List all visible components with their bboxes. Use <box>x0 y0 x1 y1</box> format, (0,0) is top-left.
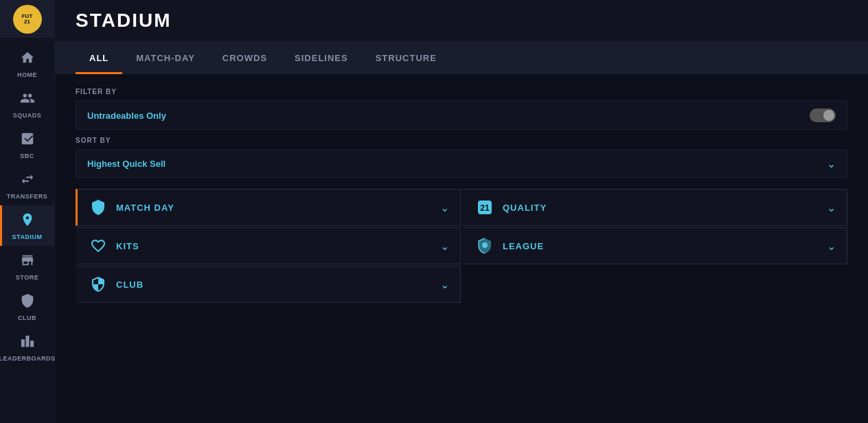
sbc-icon <box>20 131 35 150</box>
filter-league-left: LEAGUE <box>475 236 544 255</box>
sidebar-item-label: CLUB <box>18 315 36 321</box>
sidebar-item-sbc[interactable]: SBC <box>0 124 54 165</box>
sidebar-item-store[interactable]: STORE <box>0 246 54 286</box>
filter-club-left: CLUB <box>89 275 144 294</box>
active-indicator <box>0 205 2 246</box>
untradeables-toggle[interactable] <box>810 108 836 122</box>
tab-sidelines[interactable]: SIDELINES <box>281 41 362 74</box>
filter-matchday-label: MATCH DAY <box>116 203 174 213</box>
untradeables-label: Untradeables Only <box>87 111 166 121</box>
sidebar-item-label: TRANSFERS <box>7 193 48 200</box>
home-icon <box>20 50 35 69</box>
toggle-knob <box>823 110 834 121</box>
filter-league-label: LEAGUE <box>503 241 544 251</box>
filter-quality[interactable]: 21 QUALITY ⌄ <box>462 189 847 226</box>
right-filter-col: 21 QUALITY ⌄ <box>462 189 847 303</box>
left-filter-col: MATCH DAY ⌄ KITS ⌄ <box>76 189 461 303</box>
filter-kits[interactable]: KITS ⌄ <box>76 227 461 264</box>
sort-chevron-icon: ⌄ <box>827 157 836 170</box>
sidebar-item-squads[interactable]: SQUADS <box>0 84 54 124</box>
transfers-icon <box>20 172 35 190</box>
sidebar-item-home[interactable]: HOME <box>0 43 54 84</box>
sidebar-item-label: SQUADS <box>13 112 42 119</box>
filter-matchday[interactable]: MATCH DAY ⌄ <box>76 189 461 226</box>
sidebar-item-label: HOME <box>17 71 37 78</box>
quality-chevron-icon: ⌄ <box>827 201 836 214</box>
club-badge-icon <box>89 275 108 294</box>
sidebar-item-label: STORE <box>16 274 38 281</box>
stadium-icon <box>20 212 35 231</box>
league-icon <box>475 236 494 255</box>
main-content: STADIUM ALL MATCH-DAY CROWDS SIDELINES S… <box>55 0 868 423</box>
tab-crowds[interactable]: CROWDS <box>209 41 281 74</box>
fut-logo: FUT21 <box>13 5 42 34</box>
logo-text: FUT21 <box>22 14 33 25</box>
content-area: FILTER BY Untradeables Only SORT BY High… <box>55 74 868 423</box>
filter-club-label: CLUB <box>116 279 144 290</box>
league-chevron-icon: ⌄ <box>827 240 836 253</box>
untradeables-filter-row: Untradeables Only <box>76 101 847 130</box>
sidebar-item-transfers[interactable]: TRANSFERS <box>0 165 54 205</box>
filter-kits-left: KITS <box>89 236 139 255</box>
sidebar-item-label: LEADERBOARDS <box>0 355 56 362</box>
svg-point-2 <box>482 242 488 248</box>
sort-section: SORT BY Highest Quick Sell ⌄ <box>76 137 847 178</box>
store-icon <box>20 253 35 271</box>
sort-value: Highest Quick Sell <box>87 159 165 169</box>
svg-text:21: 21 <box>480 203 490 213</box>
filter-quality-left: 21 QUALITY <box>475 198 547 217</box>
sidebar: FUT21 HOME SQUADS SBC <box>0 0 55 423</box>
squads-icon <box>20 91 35 109</box>
club-icon <box>20 293 35 312</box>
sort-by-label: SORT BY <box>76 137 847 144</box>
matchday-icon <box>89 198 108 217</box>
filter-matchday-left: MATCH DAY <box>89 198 174 217</box>
sidebar-item-leaderboards[interactable]: LEADERBOARDS <box>0 327 54 367</box>
kits-icon <box>89 236 108 255</box>
tab-structure[interactable]: STRUCTURE <box>362 41 450 74</box>
tab-all[interactable]: ALL <box>76 41 122 74</box>
sidebar-item-stadium[interactable]: STADIUM <box>0 205 54 246</box>
matchday-chevron-icon: ⌄ <box>440 201 449 214</box>
filters-grid: MATCH DAY ⌄ KITS ⌄ <box>76 189 847 303</box>
tab-bar: ALL MATCH-DAY CROWDS SIDELINES STRUCTURE <box>55 41 868 74</box>
filter-league[interactable]: LEAGUE ⌄ <box>462 227 847 264</box>
filter-quality-label: QUALITY <box>503 203 547 213</box>
sidebar-logo: FUT21 <box>0 0 55 38</box>
quality-icon: 21 <box>475 198 494 217</box>
sidebar-nav: HOME SQUADS SBC TRANSFERS <box>0 38 54 367</box>
club-chevron-icon: ⌄ <box>440 278 449 291</box>
filter-club[interactable]: CLUB ⌄ <box>76 266 461 303</box>
page-header: STADIUM <box>55 0 868 41</box>
filter-kits-label: KITS <box>116 241 139 251</box>
sort-dropdown[interactable]: Highest Quick Sell ⌄ <box>76 150 847 178</box>
filter-section: FILTER BY Untradeables Only <box>76 88 847 130</box>
page-title: STADIUM <box>76 10 171 32</box>
sidebar-item-label: SBC <box>20 152 34 159</box>
tab-matchday[interactable]: MATCH-DAY <box>122 41 209 74</box>
leaderboards-icon <box>20 334 35 352</box>
filter-by-label: FILTER BY <box>76 88 847 95</box>
sidebar-item-club[interactable]: CLUB <box>0 286 54 327</box>
sidebar-item-label: STADIUM <box>12 233 43 240</box>
kits-chevron-icon: ⌄ <box>440 240 449 253</box>
